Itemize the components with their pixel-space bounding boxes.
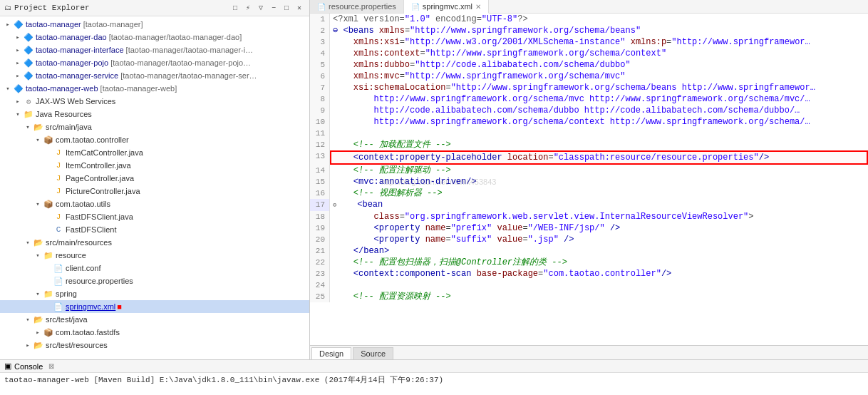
tab-label-springmvc-xml: springmvc.xml: [423, 2, 472, 11]
package-icon: 📦: [43, 198, 54, 210]
code-line-14: 14 <!-- 配置注解驱动 -->: [310, 165, 868, 176]
tree-item-client-conf[interactable]: 📄 client.conf: [0, 262, 309, 275]
tree-item-src-test-java[interactable]: ▾ 📂 src/test/java: [0, 313, 309, 326]
expand-icon: ▸: [13, 59, 23, 67]
code-line-6: 6 xmlns:mvc="http://www.springframework.…: [310, 71, 868, 82]
panel-header-icons: □ ⚡ ▽ − □ ✕: [229, 2, 305, 14]
tree-item-web[interactable]: ▾ 🔷 taotao-manager-web [taotao-manager-w…: [0, 82, 309, 95]
expand-icon: ▾: [23, 316, 33, 324]
tree-item-itemcontroller[interactable]: J ItemController.java: [0, 159, 309, 172]
link-editor-icon[interactable]: ⚡: [242, 2, 254, 14]
expand-icon: ▸: [23, 342, 33, 349]
code-line-20: 20 <property name="suffix" value=".jsp" …: [310, 234, 868, 245]
tree-item-interface[interactable]: ▸ 🔷 taotao-manager-interface [taotao-man…: [0, 43, 309, 56]
expand-icon: ▸: [13, 98, 23, 106]
expand-icon: ▸: [33, 329, 43, 337]
tree-item-jaxws[interactable]: ▸ ⚙ JAX-WS Web Services: [0, 95, 309, 108]
tree-item-service[interactable]: ▸ 🔷 taotao-manager-service [taotao-manag…: [0, 69, 309, 82]
editor-panel: 📄 resource.properties 📄 springmvc.xml ✕ …: [310, 0, 868, 359]
folder-icon: 📁: [23, 108, 34, 120]
properties-icon: 📄: [53, 275, 64, 287]
tree-item-itemcat[interactable]: J ItemCatController.java: [0, 146, 309, 159]
tree-item-fastdfs-java[interactable]: J FastDFSClient.java: [0, 210, 309, 223]
java-file-icon: J: [53, 173, 64, 184]
code-line-25: 25 <!-- 配置资源映射 -->: [310, 291, 868, 302]
src-icon: 📂: [33, 314, 44, 325]
code-line-18: 18 class="org.springframework.web.servle…: [310, 211, 868, 222]
code-line-13: 13 <context:property-placeholder locatio…: [310, 150, 868, 165]
expand-icon: ▾: [13, 111, 23, 118]
menu-icon[interactable]: ▽: [255, 2, 267, 14]
maximize-icon[interactable]: □: [281, 2, 292, 14]
package-icon: 📦: [43, 327, 54, 338]
java-file-icon: J: [53, 147, 64, 158]
close-icon[interactable]: ✕: [294, 2, 305, 14]
tree-item-fastdfs-pkg[interactable]: ▸ 📦 com.taotao.fastdfs: [0, 326, 309, 339]
console-header: ▣ Console ⊠: [0, 360, 868, 373]
tree-item-src-test-resources[interactable]: ▸ 📂 src/test/resources: [0, 339, 309, 352]
tab-design[interactable]: Design: [311, 347, 351, 359]
expand-icon: ▸: [13, 72, 23, 80]
tree-item-src-main-java[interactable]: ▾ 📂 src/main/java: [0, 120, 309, 133]
project-icon: 🔷: [23, 57, 34, 68]
class-icon: C: [53, 224, 64, 235]
package-icon: 📦: [43, 134, 54, 145]
console-text: taotao-manager-web [Maven Build] E:\Java…: [4, 376, 443, 384]
code-line-17: 17 ⊖ <bean: [310, 199, 868, 211]
tree-item-resource-properties[interactable]: 📄 resource.properties: [0, 275, 309, 287]
java-file-icon: J: [53, 160, 64, 171]
code-line-12: 12 <!-- 加载配置文件 -->: [310, 139, 868, 150]
java-file-icon: J: [53, 185, 64, 197]
tree-item-picturecontroller[interactable]: J PictureController.java: [0, 185, 309, 198]
console-panel: ▣ Console ⊠ taotao-manager-web [Maven Bu…: [0, 359, 868, 395]
tree-item-utils-pkg[interactable]: ▾ 📦 com.taotao.utils: [0, 198, 309, 210]
tree-item-pojo[interactable]: ▸ 🔷 taotao-manager-pojo [taotao-manager/…: [0, 56, 309, 69]
code-line-9: 9 http://code.alibabatech.com/schema/dub…: [310, 105, 868, 116]
expand-icon: ▾: [33, 136, 43, 144]
tree-item-springmvc-xml[interactable]: 📄 springmvc.xml■: [0, 300, 309, 313]
bottom-tabs: Design Source: [310, 345, 868, 359]
properties-tab-icon: 📄: [317, 3, 326, 11]
tree-item-controller-pkg[interactable]: ▾ 📦 com.taotao.controller: [0, 133, 309, 146]
tree-item-taotao-manager[interactable]: ▸ 🔷 taotao-manager [taotao-manager]: [0, 18, 309, 31]
code-view[interactable]: 1 <?xml version="1.0" encoding="UTF-8"?>…: [310, 14, 868, 345]
tab-label-resource-properties: resource.properties: [329, 2, 396, 11]
tree-item-java-resources[interactable]: ▾ 📁 Java Resources: [0, 108, 309, 120]
tree-item-pagecontroller[interactable]: J PageController.java: [0, 172, 309, 185]
console-title: Console: [14, 362, 43, 371]
java-file-icon: J: [53, 211, 64, 222]
code-line-8: 8 http://www.springframework.org/schema/…: [310, 93, 868, 105]
code-line-7: 7 xsi:schemaLocation="http://www.springf…: [310, 82, 868, 93]
src-icon: 📂: [33, 339, 44, 351]
src-icon: 📂: [33, 121, 44, 133]
expand-icon: ▾: [3, 85, 13, 93]
code-line-16: 16 <!-- 视图解析器 -->: [310, 188, 868, 199]
tab-source[interactable]: Source: [353, 347, 393, 359]
panel-title: Project Explorer: [14, 4, 90, 12]
conf-file-icon: 📄: [53, 262, 64, 274]
console-content: taotao-manager-web [Maven Build] E:\Java…: [0, 373, 868, 386]
console-icon: ▣: [4, 361, 11, 371]
collapse-all-icon[interactable]: □: [229, 2, 241, 14]
project-icon: 🔷: [23, 31, 34, 43]
expand-icon: ▾: [33, 252, 43, 260]
folder-icon: 📁: [43, 250, 54, 261]
tree-item-spring-folder[interactable]: ▾ 📁 spring: [0, 287, 309, 300]
project-icon: 🔷: [23, 44, 34, 56]
tree-item-resource-folder[interactable]: ▾ 📁 resource: [0, 249, 309, 262]
minimize-icon[interactable]: −: [268, 2, 279, 14]
tree-item-src-main-resources[interactable]: ▾ 📂 src/main/resources: [0, 236, 309, 249]
console-link-icon: ⊠: [48, 362, 54, 370]
code-line-2: 2 ⊖ <beans xmlns="http://www.springframe…: [310, 25, 868, 36]
tree-item-dao[interactable]: ▸ 🔷 taotao-manager-dao [taotao-manager/t…: [0, 31, 309, 43]
expand-icon: ▾: [23, 239, 33, 247]
tree-item-fastdfs-class[interactable]: C FastDFSClient: [0, 223, 309, 236]
tab-resource-properties[interactable]: 📄 resource.properties: [310, 0, 404, 13]
code-line-23: 23 <context:component-scan base-package=…: [310, 268, 868, 279]
tab-close-button[interactable]: ✕: [475, 3, 481, 11]
expand-icon: ▸: [3, 21, 13, 29]
tab-springmvc-xml[interactable]: 📄 springmvc.xml ✕: [404, 0, 489, 14]
expand-icon: ▸: [13, 34, 23, 41]
code-line-21: 21 </bean>: [310, 245, 868, 257]
expand-icon: ▸: [13, 46, 23, 54]
